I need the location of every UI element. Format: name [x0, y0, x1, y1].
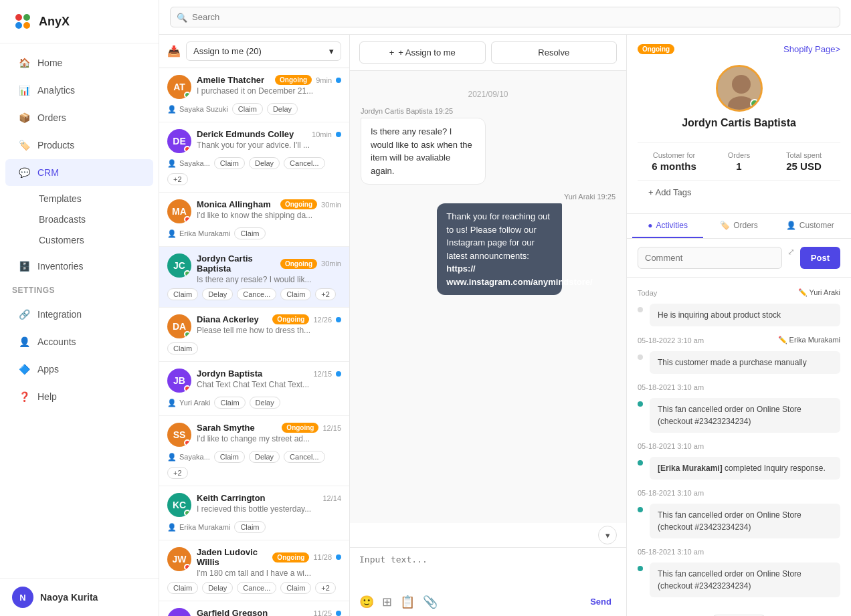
- conv-name-row: Diana Ackerley Ongoing 12/26: [197, 314, 341, 324]
- clipboard-icon[interactable]: 📋: [400, 595, 415, 609]
- action-button[interactable]: Claim: [232, 103, 263, 115]
- user-profile[interactable]: N Naoya Kurita: [0, 578, 159, 616]
- conversation-item[interactable]: SS Sarah Smythe Ongoing 12/15 I'd like t…: [159, 416, 349, 486]
- conv-avatar: JW: [167, 547, 191, 571]
- action-button[interactable]: Claim: [280, 582, 311, 594]
- person-icon: 👤: [167, 159, 177, 168]
- activity-dot: [638, 307, 643, 312]
- action-button[interactable]: Claim: [214, 451, 245, 463]
- conversation-item[interactable]: GG Garfield Gregson 11/25 I want to know…: [159, 601, 349, 616]
- status-dot: [184, 564, 191, 571]
- chat-input[interactable]: [359, 554, 617, 581]
- activity-dot: [638, 460, 643, 466]
- sidebar-item-analytics[interactable]: 📊 Analytics: [5, 77, 153, 104]
- action-button[interactable]: Claim: [280, 288, 311, 300]
- conv-top: JB Jordyn Baptista 12/15 Chat Text Chat …: [167, 369, 341, 393]
- scroll-down-button[interactable]: ▾: [598, 526, 617, 544]
- action-button[interactable]: Claim: [167, 288, 198, 300]
- conversation-item[interactable]: DA Diana Ackerley Ongoing 12/26 Please t…: [159, 308, 349, 362]
- conversation-item[interactable]: AT Amelie Thatcher Ongoing 9min I purcha…: [159, 68, 349, 122]
- shopify-page-link[interactable]: Shopify Page>: [783, 44, 840, 54]
- action-button[interactable]: Claim: [167, 342, 198, 354]
- conv-avatar: JC: [167, 253, 191, 278]
- conversation-item[interactable]: DE Derick Edmunds Colley 10min Thank you…: [159, 122, 349, 193]
- ongoing-badge: Ongoing: [272, 314, 309, 324]
- action-button[interactable]: Delay: [249, 451, 280, 463]
- activity-dot: [638, 566, 643, 571]
- conv-preview: I'd like to change my street ad...: [197, 434, 341, 443]
- assign-dropdown[interactable]: Assign to me (20) ▾: [186, 41, 341, 61]
- send-button[interactable]: Send: [585, 594, 617, 609]
- analytics-icon: 📊: [17, 84, 31, 97]
- conv-top: GG Garfield Gregson 11/25 I want to know…: [167, 608, 341, 616]
- action-button[interactable]: +2: [315, 582, 336, 594]
- action-button[interactable]: Claim: [167, 582, 198, 594]
- expand-icon[interactable]: ⤢: [787, 247, 795, 269]
- resolve-button[interactable]: Resolve: [491, 41, 618, 64]
- action-button[interactable]: Claim: [214, 157, 245, 169]
- conv-preview: I'm 180 cm tall and I have a wi...: [197, 569, 341, 578]
- tab-customer[interactable]: 👤 Customer: [775, 214, 846, 238]
- status-dot: [184, 270, 191, 277]
- sidebar-item-products[interactable]: 🏷️ Products: [5, 132, 153, 159]
- sidebar-item-accounts[interactable]: 👤 Accounts: [5, 328, 153, 355]
- sidebar-item-inventories[interactable]: 🗄️ Inventories: [5, 253, 153, 280]
- inventories-icon: 🗄️: [17, 260, 31, 273]
- activity-text: This customer made a purchase manually: [650, 351, 840, 374]
- sidebar-item-integration[interactable]: 🔗 Integration: [5, 301, 153, 328]
- conversation-item[interactable]: JB Jordyn Baptista 12/15 Chat Text Chat …: [159, 362, 349, 416]
- action-button[interactable]: Delay: [267, 103, 298, 115]
- attachment-icon[interactable]: 📎: [423, 595, 438, 609]
- action-button[interactable]: Claim: [214, 397, 245, 409]
- activity-item: This fan cancelled order on Online Store…: [627, 500, 851, 542]
- action-button[interactable]: Delay: [202, 582, 233, 594]
- unread-dot: [336, 371, 341, 377]
- chat-header: + + Assign to me Resolve: [350, 35, 626, 71]
- total-spent-value: 25 USD: [786, 161, 822, 172]
- search-wrap: 🔍: [170, 7, 840, 27]
- comment-input[interactable]: [638, 247, 782, 269]
- action-button[interactable]: Cance...: [237, 582, 276, 594]
- sidebar-item-products-label: Products: [37, 140, 74, 150]
- activity-item: This customer made a purchase manually: [627, 347, 851, 378]
- search-input[interactable]: [170, 7, 840, 27]
- tab-orders[interactable]: 🏷️ Orders: [703, 214, 774, 238]
- add-tags-button[interactable]: + Add Tags: [638, 181, 840, 204]
- action-button[interactable]: Cance...: [237, 288, 276, 300]
- conversation-item[interactable]: KC Keith Carrington 12/14 I recieved thi…: [159, 486, 349, 540]
- action-button[interactable]: +2: [315, 288, 336, 300]
- conversation-item[interactable]: JC Jordyn Cartis Baptista Ongoing 30min …: [159, 247, 349, 308]
- integration-icon: 🔗: [17, 308, 31, 321]
- post-button[interactable]: Post: [800, 247, 840, 269]
- user-name: Naoya Kurita: [40, 592, 98, 603]
- sidebar-item-customers[interactable]: Customers: [31, 230, 153, 250]
- message-sender: Jordyn Cartis Baptista 19:25: [361, 107, 539, 115]
- sidebar-item-orders[interactable]: 📦 Orders: [5, 104, 153, 131]
- message-row: Jordyn Cartis Baptista 19:25 Is there an…: [361, 107, 616, 185]
- sidebar-item-broadcasts[interactable]: Broadcasts: [31, 209, 153, 229]
- sidebar-item-home[interactable]: 🏠 Home: [5, 49, 153, 76]
- chat-panel: + + Assign to me Resolve 2021/09/10 Jord…: [350, 35, 627, 616]
- action-button[interactable]: +2: [167, 467, 188, 479]
- action-button[interactable]: Cancel...: [284, 451, 324, 463]
- action-button[interactable]: Delay: [250, 397, 280, 409]
- assign-to-me-label: + Assign to me: [398, 47, 456, 58]
- action-button[interactable]: Claim: [234, 521, 265, 533]
- right-top-row: Ongoing Shopify Page>: [638, 44, 840, 54]
- action-button[interactable]: +2: [167, 173, 188, 185]
- action-button[interactable]: Delay: [202, 288, 233, 300]
- assign-to-me-button[interactable]: + + Assign to me: [359, 41, 486, 64]
- sidebar-item-templates[interactable]: Templates: [31, 189, 153, 209]
- tab-activities[interactable]: ● Activities: [632, 214, 703, 238]
- grid-icon[interactable]: ⊞: [382, 595, 392, 609]
- conversation-item[interactable]: MA Monica Allingham Ongoing 30min I'd li…: [159, 193, 349, 247]
- sidebar-item-apps[interactable]: 🔷 Apps: [5, 356, 153, 383]
- ongoing-badge: Ongoing: [282, 423, 318, 433]
- sidebar-item-help[interactable]: ❓ Help: [5, 383, 153, 410]
- action-button[interactable]: Claim: [234, 227, 265, 239]
- sidebar-item-crm[interactable]: 💬 CRM: [5, 159, 153, 186]
- action-button[interactable]: Cancel...: [284, 157, 324, 169]
- action-button[interactable]: Delay: [249, 157, 280, 169]
- conversation-item[interactable]: JW Jaden Ludovic Willis Ongoing 11/28 I'…: [159, 540, 349, 601]
- emoji-icon[interactable]: 🙂: [359, 595, 374, 609]
